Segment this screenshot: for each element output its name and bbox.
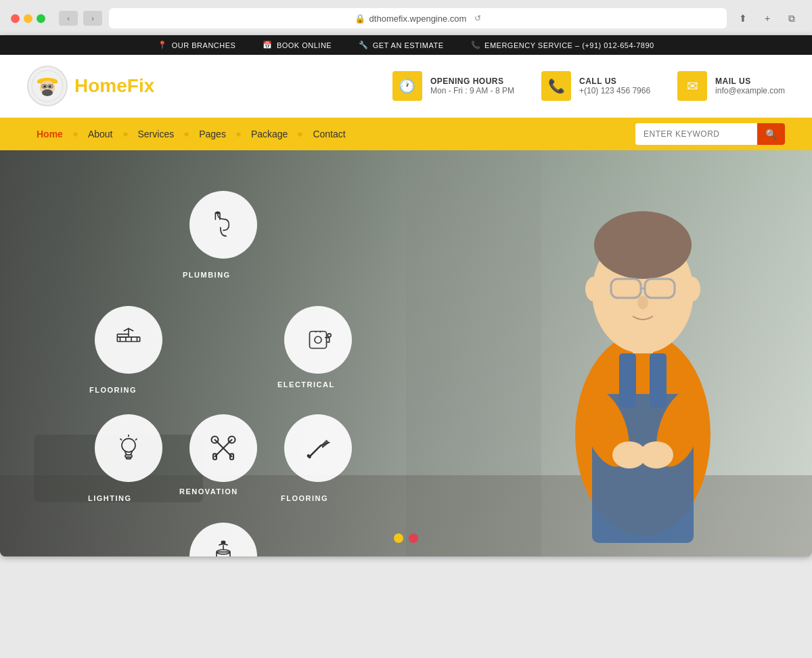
mail-value: info@example.com [715, 86, 785, 95]
nav-item-contact[interactable]: Contact [303, 118, 355, 150]
service-lighting[interactable] [95, 414, 162, 482]
worker-svg [524, 177, 761, 556]
plumbing-label: PLUMBING [183, 271, 231, 279]
branches-label: OUR BRANCHES [172, 41, 236, 49]
hero-worker [514, 164, 771, 556]
estimate-label: GET AN ESTIMATE [373, 41, 444, 49]
address-bar[interactable]: 🔒 dthomefix.wpengine.com ↺ [109, 8, 727, 28]
clock-icon: 🕐 [392, 71, 422, 101]
opening-label: OPENING HOURS [430, 76, 514, 86]
search-button[interactable]: 🔍 [757, 123, 785, 145]
mail-icon: ✉ [677, 71, 707, 101]
mail-us-item: ✉ MAIL US info@example.com [677, 71, 785, 101]
calendar-icon: 📅 [263, 41, 273, 49]
book-label: BOOK ONLINE [277, 41, 332, 49]
nav-item-pages[interactable]: Pages [189, 118, 235, 150]
nav-sep-4: ❖ [235, 131, 242, 138]
service-renovation[interactable] [189, 414, 257, 482]
url-text: dthomefix.wpengine.com [369, 14, 467, 24]
flooring-label: FLOORING [89, 386, 137, 394]
forward-button[interactable]: › [83, 11, 102, 26]
header: HomeFix 🕐 OPENING HOURS Mon - Fri : 9 AM… [0, 55, 812, 118]
svg-point-44 [122, 439, 135, 452]
opening-text: OPENING HOURS Mon - Fri : 9 AM - 8 PM [430, 76, 514, 95]
hero-section: PLUMBING FLOORING [0, 150, 812, 556]
nav-item-package[interactable]: Package [242, 118, 297, 150]
electrical-label: ELECTRICAL [277, 380, 335, 389]
lighting-label: LIGHTING [88, 494, 132, 502]
service-electrical[interactable] [284, 306, 352, 374]
nav-sep-2: ❖ [122, 131, 129, 138]
minimize-button[interactable] [24, 14, 32, 23]
emergency-link[interactable]: 📞 EMERGENCY SERVICE – (+91) 012-654-7890 [471, 41, 654, 49]
svg-point-26 [684, 277, 700, 301]
nav-sep-3: ❖ [183, 131, 189, 138]
service-masonry[interactable] [284, 414, 352, 482]
new-tab-button[interactable]: + [758, 11, 777, 26]
svg-point-4 [42, 89, 53, 96]
book-link[interactable]: 📅 BOOK ONLINE [263, 41, 332, 49]
svg-rect-33 [310, 332, 327, 349]
svg-point-17 [639, 441, 673, 468]
svg-rect-28 [117, 334, 129, 337]
slider-dot-1[interactable] [394, 533, 403, 543]
close-button[interactable] [11, 14, 20, 23]
top-bar: 📍 OUR BRANCHES 📅 BOOK ONLINE 🔧 GET AN ES… [0, 35, 812, 55]
svg-line-49 [120, 439, 122, 441]
nav-item-about[interactable]: About [78, 118, 122, 150]
svg-point-24 [637, 296, 648, 309]
logo-icon [27, 66, 68, 106]
slider-dots [394, 533, 418, 543]
slider-dot-2[interactable] [409, 533, 418, 543]
nav-sep-5: ❖ [297, 131, 303, 138]
call-value: +(10) 123 456 7966 [579, 86, 650, 95]
phone-header-icon: 📞 [541, 71, 571, 101]
opening-value: Mon - Fri : 9 AM - 8 PM [430, 86, 514, 95]
back-button[interactable]: ‹ [59, 11, 78, 26]
logo[interactable]: HomeFix [27, 66, 154, 106]
logo-svg [30, 69, 64, 103]
phone-icon: 📞 [471, 41, 481, 49]
branches-link[interactable]: 📍 OUR BRANCHES [158, 41, 235, 49]
maximize-button[interactable] [37, 14, 45, 23]
logo-regular: Home [74, 75, 127, 96]
nav-bar: Home ❖ About ❖ Services ❖ Pages ❖ Packag… [0, 118, 812, 150]
logo-bold: Fix [127, 75, 154, 96]
svg-point-37 [328, 334, 331, 337]
nav-item-services[interactable]: Services [129, 118, 184, 150]
mail-text: MAIL US info@example.com [715, 76, 785, 95]
svg-point-25 [585, 277, 602, 301]
service-flooring[interactable] [95, 306, 162, 374]
svg-rect-53 [221, 541, 226, 544]
svg-line-48 [135, 439, 137, 441]
estimate-icon: 🔧 [359, 41, 369, 49]
opening-hours-item: 🕐 OPENING HOURS Mon - Fri : 9 AM - 8 PM [392, 71, 514, 101]
header-info: 🕐 OPENING HOURS Mon - Fri : 9 AM - 8 PM … [392, 71, 785, 101]
flooring2-label: FLOORING [281, 494, 328, 502]
tabs-button[interactable]: ⧉ [782, 11, 801, 26]
logo-text: HomeFix [74, 75, 154, 97]
nav-item-home[interactable]: Home [27, 118, 72, 150]
renovation-label: RENOVATION [179, 487, 238, 496]
estimate-link[interactable]: 🔧 GET AN ESTIMATE [359, 41, 443, 49]
search-input[interactable] [635, 124, 757, 144]
svg-rect-46 [127, 457, 131, 459]
service-plumbing[interactable] [189, 191, 257, 259]
mail-label: MAIL US [715, 76, 785, 86]
svg-rect-12 [619, 353, 636, 408]
location-icon: 📍 [158, 41, 168, 49]
nav-links: Home ❖ About ❖ Services ❖ Pages ❖ Packag… [27, 118, 635, 150]
reload-icon[interactable]: ↺ [474, 14, 481, 23]
nav-sep-1: ❖ [72, 131, 78, 138]
share-button[interactable]: ⬆ [734, 11, 752, 26]
svg-rect-13 [650, 353, 667, 408]
svg-point-20 [594, 211, 692, 279]
nav-search[interactable]: 🔍 [635, 123, 785, 145]
emergency-label: EMERGENCY SERVICE – (+91) 012-654-7890 [484, 41, 654, 49]
call-text: CALL US +(10) 123 456 7966 [579, 76, 650, 95]
call-us-item: 📞 CALL US +(10) 123 456 7966 [541, 71, 650, 101]
svg-point-34 [315, 336, 321, 343]
call-label: CALL US [579, 76, 650, 86]
